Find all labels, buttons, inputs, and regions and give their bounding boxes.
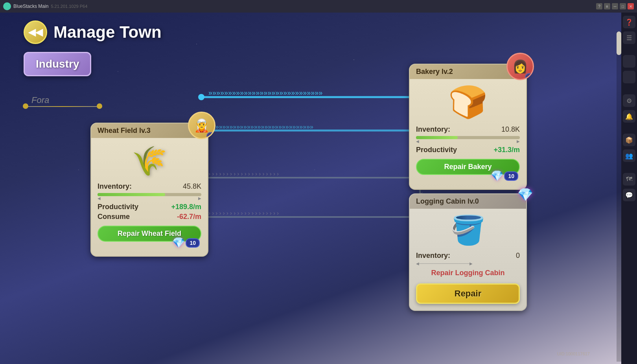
sidebar-icon-2[interactable]: ☰: [623, 31, 635, 44]
wheat-inventory-value: 45.8K: [183, 182, 201, 191]
bakery-body: 🍞 Inventory: 10.8K ◀▶ Productivity +31.3…: [410, 84, 526, 189]
bread-icon: 🍞: [416, 84, 520, 121]
wheat-gem-icon: 💎: [172, 237, 185, 249]
wheat-consume-label: Consume: [98, 213, 130, 221]
bakery-avatar: 👩 lv.30: [506, 53, 534, 80]
wheat-inventory-stat: Inventory: 45.8K: [98, 182, 201, 191]
fora-line: [24, 106, 102, 107]
wheat-repair-container: Repair Wheat Field 💎 10: [98, 226, 201, 242]
sidebar-icon-5[interactable]: ⚙: [623, 94, 635, 107]
logging-inventory-value: 0: [516, 252, 520, 260]
sidebar-icon-7[interactable]: 📦: [623, 134, 635, 146]
bakery-gem-count: 10: [504, 171, 518, 181]
sidebar-icon-10[interactable]: 💬: [623, 189, 635, 201]
logging-gem-badge: 💎: [517, 187, 533, 202]
bottom-decoration: UID:1000117617: [557, 351, 590, 356]
bakery-gem-icon: 💎: [491, 170, 503, 182]
wheat-field-card: 🧝 lv.47 Wheat Field lv.3 🌾 Inventory: 45…: [90, 123, 208, 257]
wheat-productivity-value: +189.8/m: [171, 203, 201, 211]
fora-dot-right: [97, 103, 102, 109]
bakery-inventory-stat: Inventory: 10.8K: [416, 125, 520, 134]
repair-wheat-label: Repair Wheat Field: [118, 230, 181, 238]
logging-cabin-card: 💎 Logging Cabin lv.0 🪣 Inventory: 0 ◀───…: [409, 193, 527, 311]
sidebar-icon-6[interactable]: 🔔: [623, 110, 635, 123]
bakery-progress-bar: [416, 136, 520, 139]
wheat-productivity-stat: Productivity +189.8/m: [98, 203, 201, 211]
fora-label: Fora: [31, 95, 49, 105]
page-header: ◀◀ Manage Town: [24, 20, 162, 44]
close-button[interactable]: ✕: [628, 3, 634, 9]
wheat-icon-container: 🌾: [98, 144, 201, 178]
wheat-gem-badge: 💎 10: [172, 237, 200, 249]
title-bar-left: BlueStacks Main 5.21.201.1029 P64: [3, 2, 87, 10]
back-button[interactable]: ◀◀: [24, 20, 47, 44]
game-area: ◀◀ Manage Town Industry Fora »»»»»»»»»»»…: [0, 13, 621, 364]
page-title: Manage Town: [53, 23, 162, 42]
logging-inv-arrows: ◀──────────────────▶: [416, 261, 520, 266]
right-sidebar: ❓ ☰ ⚙ 🔔 📦 👥 🗺 💬: [621, 13, 637, 364]
wheat-progress-fill: [98, 193, 165, 196]
bakery-progress-arrows: ◀▶: [416, 139, 520, 143]
bakery-productivity-value: +31.3/m: [493, 146, 520, 154]
bakery-productivity-stat: Productivity +31.3/m: [416, 146, 520, 154]
bakery-progress-fill: [416, 136, 458, 139]
logging-body: 🪣 Inventory: 0 ◀──────────────────▶ Repa…: [410, 213, 526, 310]
wheat-consume-value: -62.7/m: [177, 213, 201, 221]
repair-logging-button[interactable]: Repair: [416, 283, 520, 304]
wheat-field-title: Wheat Field lv.3: [98, 127, 151, 134]
logging-header: Logging Cabin lv.0: [410, 194, 526, 209]
wheat-productivity-label: Productivity: [98, 203, 138, 211]
help-button[interactable]: ?: [596, 3, 602, 9]
logging-title: Logging Cabin lv.0: [416, 197, 479, 205]
bluestacks-logo: [3, 2, 11, 10]
sidebar-icon-4[interactable]: [623, 71, 635, 83]
logging-gem-icon: 💎: [517, 188, 533, 202]
repair-logging-btn-label: Repair: [455, 289, 481, 298]
bakery-icon-container: 🍞: [416, 84, 520, 121]
sidebar-icon-9[interactable]: 🗺: [623, 173, 635, 186]
log-icon: 🪣: [416, 213, 520, 247]
wheat-icon: 🌾: [132, 144, 167, 178]
sidebar-icon-3[interactable]: [623, 55, 635, 68]
wheat-progress-bar: [98, 193, 201, 196]
title-bar-app-name: BlueStacks Main: [13, 4, 48, 9]
wheat-field-avatar: 🧝 lv.47: [188, 112, 215, 139]
title-bar-version: 5.21.201.1029 P64: [51, 4, 87, 9]
scrollbar-thumb[interactable]: [617, 31, 621, 55]
maximize-button[interactable]: □: [620, 3, 626, 9]
logging-inventory-stat: Inventory: 0: [416, 252, 520, 260]
bakery-inventory-progress: ◀▶: [416, 136, 520, 143]
bakery-productivity-label: Productivity: [416, 146, 457, 154]
bakery-title: Bakery lv.2: [416, 68, 453, 75]
sidebar-icon-1[interactable]: ❓: [623, 16, 635, 28]
wheat-gem-count: 10: [186, 238, 200, 248]
logging-inventory-label: Inventory:: [416, 252, 450, 260]
wheat-consume-stat: Consume -62.7/m: [98, 213, 201, 221]
minimize-button[interactable]: ─: [612, 3, 618, 9]
wheat-inventory-label: Inventory:: [98, 182, 132, 191]
bakery-card: 👩 lv.30 Bakery lv.2 🍞 Inventory: 10.8K ◀…: [409, 64, 527, 190]
logging-icon-container: 🪣: [416, 213, 520, 247]
bakery-inventory-value: 10.8K: [501, 125, 520, 134]
wheat-progress-arrows: ◀▶: [98, 196, 201, 200]
fora-dot-left: [23, 103, 28, 109]
menu-button[interactable]: ≡: [604, 3, 610, 9]
bakery-repair-container: Repair Bakery 💎 10: [416, 159, 520, 175]
industry-tab[interactable]: Industry: [24, 52, 91, 76]
repair-bakery-label: Repair Bakery: [444, 163, 492, 171]
scrollbar-track: [617, 31, 621, 362]
title-bar-controls: ? ≡ ─ □ ✕: [596, 3, 634, 9]
title-bar: BlueStacks Main 5.21.201.1029 P64 ? ≡ ─ …: [0, 0, 637, 13]
wheat-field-body: 🌾 Inventory: 45.8K ◀▶ Productivity +189.…: [91, 144, 208, 256]
bakery-gem-badge: 💎 10: [491, 170, 518, 182]
back-arrow-icon: ◀◀: [28, 27, 42, 38]
bakery-inventory-label: Inventory:: [416, 125, 450, 134]
wheat-inventory-progress: ◀▶: [98, 193, 201, 200]
repair-logging-label: Repair Logging Cabin: [416, 269, 520, 277]
sidebar-icon-8[interactable]: 👥: [623, 149, 635, 162]
